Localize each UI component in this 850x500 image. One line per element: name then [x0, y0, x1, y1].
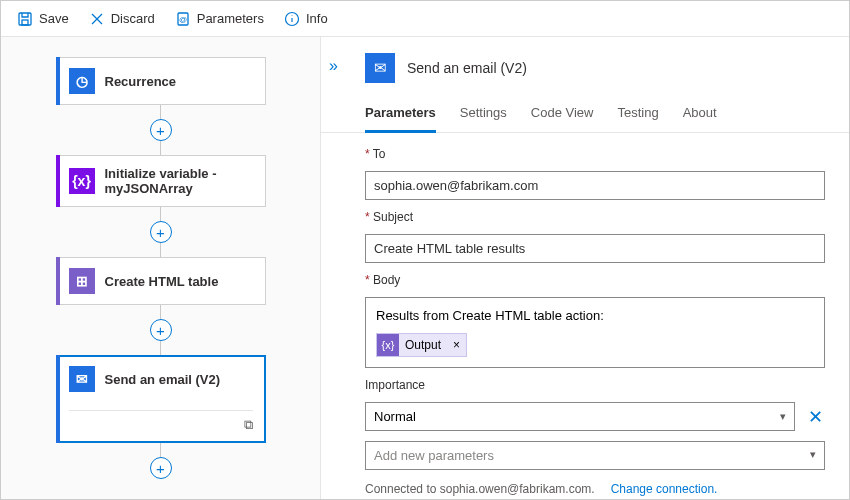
- details-panel: » ✉ Send an email (V2) Parameters Settin…: [321, 37, 849, 499]
- token-label: Output: [399, 338, 447, 352]
- add-step-button[interactable]: +: [150, 221, 172, 243]
- body-text: Results from Create HTML table action:: [376, 308, 814, 323]
- toolbar: Save Discard @ Parameters Info: [1, 1, 849, 37]
- svg-text:@: @: [179, 15, 187, 24]
- node-recurrence[interactable]: ◷ Recurrence: [56, 57, 266, 105]
- mail-icon: ✉: [365, 53, 395, 83]
- save-icon: [17, 11, 33, 27]
- tab-settings[interactable]: Settings: [460, 95, 507, 132]
- info-icon: [284, 11, 300, 27]
- discard-label: Discard: [111, 11, 155, 26]
- to-label: To: [365, 147, 825, 161]
- panel-title: Send an email (V2): [407, 60, 527, 76]
- info-button[interactable]: Info: [276, 7, 336, 31]
- tab-bar: Parameters Settings Code View Testing Ab…: [321, 95, 849, 133]
- collapse-button[interactable]: »: [329, 57, 338, 75]
- table-icon: ⊞: [69, 268, 95, 294]
- node-initialize-variable[interactable]: {x} Initialize variable - myJSONArray: [56, 155, 266, 207]
- svg-rect-0: [19, 13, 31, 25]
- node-create-html-table[interactable]: ⊞ Create HTML table: [56, 257, 266, 305]
- importance-value: Normal: [374, 409, 416, 424]
- body-label: Body: [365, 273, 825, 287]
- add-parameters-select[interactable]: Add new parameters ▾: [365, 441, 825, 470]
- parameters-icon: @: [175, 11, 191, 27]
- node-accent: [56, 155, 60, 207]
- node-label: Create HTML table: [105, 274, 219, 289]
- connection-status: Connected to sophia.owen@fabrikam.com.: [365, 482, 595, 496]
- tab-testing[interactable]: Testing: [617, 95, 658, 132]
- importance-label: Importance: [365, 378, 825, 392]
- clear-importance-button[interactable]: ✕: [805, 406, 825, 428]
- parameters-label: Parameters: [197, 11, 264, 26]
- node-accent: [56, 57, 60, 105]
- tab-about[interactable]: About: [683, 95, 717, 132]
- node-label: Send an email (V2): [105, 372, 221, 387]
- tab-parameters[interactable]: Parameters: [365, 95, 436, 133]
- variable-icon: {x}: [377, 334, 399, 356]
- importance-select[interactable]: Normal ▾: [365, 402, 795, 431]
- node-accent: [56, 355, 60, 443]
- svg-rect-1: [22, 20, 28, 25]
- workflow-canvas: ◷ Recurrence + {x} Initialize variable -…: [1, 37, 321, 499]
- discard-button[interactable]: Discard: [81, 7, 163, 31]
- chevron-down-icon: ▾: [810, 448, 816, 463]
- tab-code-view[interactable]: Code View: [531, 95, 594, 132]
- add-step-button[interactable]: +: [150, 319, 172, 341]
- subject-label: Subject: [365, 210, 825, 224]
- chevron-down-icon: ▾: [780, 410, 786, 423]
- close-icon: [89, 11, 105, 27]
- link-icon: ⧉: [244, 417, 253, 433]
- node-accent: [56, 257, 60, 305]
- parameters-button[interactable]: @ Parameters: [167, 7, 272, 31]
- node-label: Initialize variable - myJSONArray: [105, 166, 253, 196]
- save-label: Save: [39, 11, 69, 26]
- variable-icon: {x}: [69, 168, 95, 194]
- body-input[interactable]: Results from Create HTML table action: {…: [365, 297, 825, 368]
- node-label: Recurrence: [105, 74, 177, 89]
- mail-icon: ✉: [69, 366, 95, 392]
- node-send-email[interactable]: ✉ Send an email (V2) ⧉: [56, 355, 266, 443]
- to-input[interactable]: [365, 171, 825, 200]
- subject-input[interactable]: [365, 234, 825, 263]
- node-connection-row: ⧉: [69, 410, 253, 432]
- clock-icon: ◷: [69, 68, 95, 94]
- change-connection-link[interactable]: Change connection.: [611, 482, 718, 496]
- add-step-button[interactable]: +: [150, 119, 172, 141]
- info-label: Info: [306, 11, 328, 26]
- token-remove-button[interactable]: ×: [447, 338, 466, 352]
- add-step-button[interactable]: +: [150, 457, 172, 479]
- dynamic-token-output[interactable]: {x} Output ×: [376, 333, 467, 357]
- add-parameters-label: Add new parameters: [374, 448, 494, 463]
- save-button[interactable]: Save: [9, 7, 77, 31]
